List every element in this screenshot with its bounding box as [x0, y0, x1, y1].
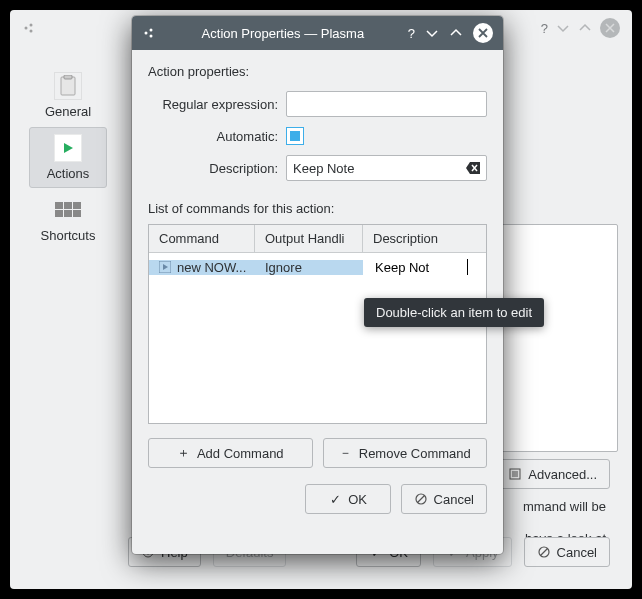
check-icon: ✓: [328, 492, 342, 506]
maximize-icon[interactable]: [578, 21, 592, 35]
remove-command-label: Remove Command: [359, 446, 471, 461]
svg-line-21: [417, 496, 424, 503]
svg-point-17: [150, 29, 153, 32]
add-command-label: Add Command: [197, 446, 284, 461]
svg-rect-6: [64, 202, 72, 209]
parent-cancel-button[interactable]: Cancel: [524, 537, 610, 567]
svg-rect-8: [55, 210, 63, 217]
clear-icon[interactable]: [466, 162, 480, 174]
prohibit-icon: [537, 545, 551, 559]
edit-tooltip: Double-click an item to edit: [364, 298, 544, 327]
description-input[interactable]: Keep Note: [286, 155, 487, 181]
add-command-button[interactable]: ＋ Add Command: [148, 438, 313, 468]
clipboard-icon: [54, 72, 82, 100]
description-label: Description:: [148, 161, 278, 176]
parent-cancel-label: Cancel: [557, 545, 597, 560]
help-titlebar-icon[interactable]: ?: [541, 21, 548, 36]
cell-description-editing[interactable]: [363, 259, 486, 276]
svg-line-15: [540, 549, 547, 556]
regex-label: Regular expression:: [148, 97, 278, 112]
minimize-icon[interactable]: [556, 21, 570, 35]
svg-rect-4: [64, 75, 72, 79]
svg-point-1: [30, 24, 33, 27]
run-icon: [159, 261, 171, 273]
sidebar-item-shortcuts[interactable]: Shortcuts: [29, 190, 107, 249]
dialog-titlebar[interactable]: Action Properties — Plasma ?: [132, 16, 503, 50]
col-description[interactable]: Description: [363, 225, 486, 252]
action-properties-dialog: Action Properties — Plasma ? Action prop…: [132, 16, 503, 554]
table-row[interactable]: new NOW... Ignore: [149, 253, 486, 281]
sidebar-label-actions: Actions: [32, 166, 104, 181]
regex-input[interactable]: [286, 91, 487, 117]
svg-point-0: [25, 27, 28, 30]
cancel-label: Cancel: [434, 492, 474, 507]
prohibit-icon: [414, 492, 428, 506]
close-icon[interactable]: [600, 18, 620, 38]
ok-label: OK: [348, 492, 367, 507]
col-command[interactable]: Command: [149, 225, 255, 252]
svg-rect-9: [64, 210, 72, 217]
app-menu-icon[interactable]: [22, 20, 38, 36]
settings-icon: [508, 467, 522, 481]
advanced-button[interactable]: Advanced...: [495, 459, 610, 489]
svg-rect-10: [73, 210, 81, 217]
advanced-label: Advanced...: [528, 467, 597, 482]
action-properties-heading: Action properties:: [148, 64, 487, 79]
svg-rect-5: [55, 202, 63, 209]
automatic-checkbox[interactable]: [286, 127, 304, 145]
cell-output[interactable]: Ignore: [255, 260, 363, 275]
help-titlebar-icon[interactable]: ?: [408, 26, 415, 41]
maximize-icon[interactable]: [449, 26, 463, 40]
ok-button[interactable]: ✓ OK: [305, 484, 391, 514]
keyboard-icon: [54, 196, 82, 224]
automatic-label: Automatic:: [148, 129, 278, 144]
play-icon: [54, 134, 82, 162]
commands-list-label: List of commands for this action:: [148, 201, 487, 216]
app-menu-icon[interactable]: [142, 25, 158, 41]
sidebar-label-shortcuts: Shortcuts: [31, 228, 105, 243]
svg-point-18: [150, 35, 153, 38]
description-value: Keep Note: [293, 161, 354, 176]
remove-command-button[interactable]: － Remove Command: [323, 438, 488, 468]
sidebar-item-actions[interactable]: Actions: [29, 127, 107, 188]
sidebar-label-general: General: [31, 104, 105, 119]
minus-icon: －: [339, 446, 353, 460]
svg-point-2: [30, 30, 33, 33]
settings-sidebar: General Actions Shortcuts: [29, 66, 107, 249]
minimize-icon[interactable]: [425, 26, 439, 40]
svg-rect-3: [61, 77, 75, 95]
svg-point-16: [145, 32, 148, 35]
close-icon[interactable]: [473, 23, 493, 43]
dialog-title: Action Properties — Plasma: [168, 26, 398, 41]
sidebar-item-general[interactable]: General: [29, 66, 107, 125]
cell-command[interactable]: new NOW...: [149, 260, 255, 275]
table-header: Command Output Handli Description: [149, 225, 486, 253]
col-output-handling[interactable]: Output Handli: [255, 225, 363, 252]
svg-rect-7: [73, 202, 81, 209]
cancel-button[interactable]: Cancel: [401, 484, 487, 514]
bg-hint-text-1: mmand will be: [523, 499, 606, 514]
cell-description-input[interactable]: [373, 259, 466, 276]
plus-icon: ＋: [177, 446, 191, 460]
